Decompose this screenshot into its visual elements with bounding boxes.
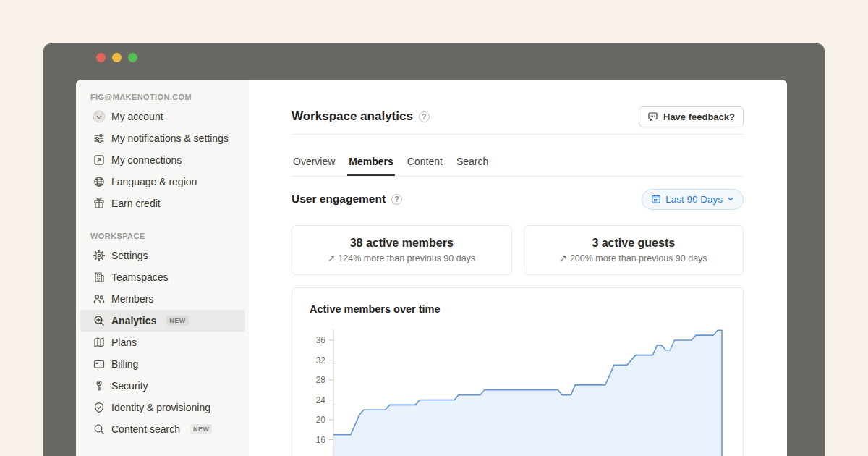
map-icon bbox=[93, 336, 106, 349]
sidebar-item-settings[interactable]: Settings bbox=[80, 245, 245, 266]
sidebar-item-notifications-settings[interactable]: My notifications & settings bbox=[80, 127, 245, 149]
section-gap bbox=[80, 214, 245, 229]
user-engagement-row: User engagement ? Last 90 Days bbox=[292, 188, 744, 210]
sidebar-item-identity-provisioning[interactable]: Identity & provisioning bbox=[80, 397, 245, 418]
help-icon[interactable]: ? bbox=[391, 194, 402, 205]
sidebar-item-label: Settings bbox=[111, 248, 148, 263]
sidebar-item-label: Identity & provisioning bbox=[111, 400, 210, 415]
sidebar-item-earn-credit[interactable]: Earn credit bbox=[80, 193, 245, 214]
shield-check-icon bbox=[93, 401, 106, 414]
account-section-header: FIG@MAKENOTION.COM bbox=[80, 90, 245, 106]
stat-subtitle: ↗ 200% more than previous 90 days bbox=[560, 253, 707, 263]
magnifier-icon bbox=[93, 423, 106, 436]
settings-sidebar: FIG@MAKENOTION.COM My account My notific… bbox=[76, 80, 249, 456]
gift-icon bbox=[93, 197, 106, 210]
sidebar-item-label: Billing bbox=[111, 357, 138, 371]
sidebar-item-label: Analytics bbox=[111, 313, 156, 328]
close-button[interactable] bbox=[96, 53, 106, 62]
trend-up-icon: ↗ bbox=[560, 253, 567, 263]
active-members-card: 38 active members ↗ 124% more than previ… bbox=[292, 225, 512, 275]
active-members-chart-card: Active members over time 162024283236 bbox=[292, 287, 744, 456]
settings-panel: FIG@MAKENOTION.COM My account My notific… bbox=[76, 80, 787, 456]
calendar-icon bbox=[651, 194, 661, 204]
new-badge: NEW bbox=[190, 424, 213, 434]
analytics-tabs: Overview Members Content Search bbox=[292, 148, 744, 177]
have-feedback-button[interactable]: Have feedback? bbox=[639, 106, 744, 127]
date-range-label: Last 90 Days bbox=[665, 194, 723, 205]
sidebar-item-plans[interactable]: Plans bbox=[80, 332, 245, 353]
sidebar-item-analytics[interactable]: Analytics NEW bbox=[80, 310, 245, 332]
magnifier-plus-icon bbox=[93, 314, 106, 327]
svg-text:16: 16 bbox=[316, 435, 326, 445]
workspace-section-header: WORKSPACE bbox=[80, 229, 245, 245]
people-icon bbox=[93, 292, 106, 305]
sidebar-item-language-region[interactable]: Language & region bbox=[80, 171, 245, 193]
credit-card-icon bbox=[93, 358, 106, 371]
tab-members[interactable]: Members bbox=[347, 148, 394, 176]
feedback-bubble-icon bbox=[647, 111, 658, 122]
sidebar-item-label: Earn credit bbox=[111, 196, 161, 211]
svg-text:24: 24 bbox=[316, 395, 326, 405]
tab-search[interactable]: Search bbox=[455, 148, 490, 176]
gear-icon bbox=[93, 249, 106, 262]
sidebar-item-content-search[interactable]: Content search NEW bbox=[80, 418, 245, 440]
sidebar-item-label: Security bbox=[111, 379, 148, 393]
chart-title: Active members over time bbox=[310, 303, 441, 315]
active-guests-card: 3 active guests ↗ 200% more than previou… bbox=[524, 225, 744, 275]
window-controls bbox=[96, 53, 137, 62]
zoom-button[interactable] bbox=[128, 53, 137, 62]
sidebar-item-label: Language & region bbox=[111, 174, 197, 189]
stat-title: 38 active members bbox=[350, 237, 454, 250]
sidebar-item-label: Plans bbox=[111, 335, 137, 350]
globe-icon bbox=[93, 175, 106, 188]
sidebar-item-label: Content search bbox=[111, 422, 180, 436]
sliders-icon bbox=[93, 132, 106, 145]
feedback-button-label: Have feedback? bbox=[663, 111, 735, 122]
tab-overview[interactable]: Overview bbox=[292, 148, 336, 176]
tab-content[interactable]: Content bbox=[406, 148, 444, 176]
date-range-dropdown[interactable]: Last 90 Days bbox=[642, 189, 744, 210]
new-badge: NEW bbox=[166, 316, 189, 326]
stat-subtitle: ↗ 124% more than previous 90 days bbox=[328, 253, 475, 263]
sidebar-item-my-account[interactable]: My account bbox=[80, 106, 245, 127]
sidebar-item-teamspaces[interactable]: Teamspaces bbox=[80, 266, 245, 288]
sidebar-item-label: Teamspaces bbox=[111, 270, 169, 284]
building-icon bbox=[93, 271, 106, 284]
sidebar-item-security[interactable]: Security bbox=[80, 375, 245, 397]
trend-up-icon: ↗ bbox=[328, 253, 335, 263]
key-icon bbox=[93, 379, 106, 392]
sidebar-item-label: My notifications & settings bbox=[111, 131, 229, 145]
title-row: Workspace analytics ? Have feedback? bbox=[292, 106, 744, 127]
main-content: Workspace analytics ? Have feedback? Ove… bbox=[249, 80, 787, 456]
sidebar-item-members[interactable]: Members bbox=[80, 288, 245, 310]
stat-title: 3 active guests bbox=[592, 237, 675, 250]
page-title: Workspace analytics bbox=[292, 109, 413, 124]
sidebar-item-my-connections[interactable]: My connections bbox=[80, 149, 245, 171]
header-divider bbox=[292, 134, 744, 135]
svg-text:28: 28 bbox=[316, 375, 326, 385]
section-title: User engagement bbox=[292, 193, 386, 206]
minimize-button[interactable] bbox=[112, 53, 122, 62]
arrow-up-right-box-icon bbox=[93, 153, 106, 166]
sidebar-item-label: My account bbox=[111, 109, 163, 124]
sidebar-item-billing[interactable]: Billing bbox=[80, 353, 245, 375]
help-icon[interactable]: ? bbox=[419, 111, 430, 122]
app-window: FIG@MAKENOTION.COM My account My notific… bbox=[43, 43, 825, 456]
svg-text:20: 20 bbox=[316, 415, 326, 425]
svg-text:32: 32 bbox=[316, 355, 326, 366]
sidebar-item-label: Members bbox=[111, 292, 153, 306]
stat-cards-row: 38 active members ↗ 124% more than previ… bbox=[292, 225, 744, 275]
sidebar-item-label: My connections bbox=[111, 153, 182, 167]
chevron-down-icon bbox=[727, 195, 734, 203]
members-over-time-area-chart: 162024283236 bbox=[292, 324, 744, 456]
svg-text:36: 36 bbox=[316, 335, 326, 345]
avatar-icon bbox=[93, 110, 106, 123]
